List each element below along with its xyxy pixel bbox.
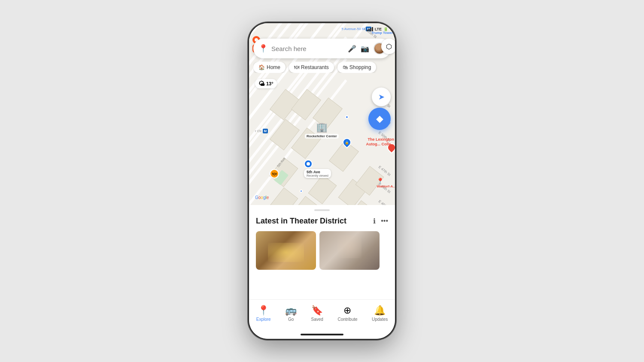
panel-title: Latest in Theater District [256, 216, 346, 226]
contribute-icon: ⊕ [343, 305, 351, 316]
nav-go[interactable]: 🚌 Go [285, 305, 297, 322]
explore-icon: 📍 [258, 305, 269, 316]
nav-explore[interactable]: 📍 Explore [256, 305, 271, 322]
pill-restaurants[interactable]: 🍽 Restaurants [289, 62, 334, 73]
poi-dot-3 [300, 190, 303, 193]
pill-home-label: Home [267, 64, 280, 70]
waldorf-poi[interactable]: 📍 Waldorf-A... [377, 178, 395, 188]
status-indicators: LTE 🔋 [367, 27, 388, 31]
search-action-icons: 🎤 📷 [348, 42, 386, 54]
nav-contribute[interactable]: ⊕ Contribute [337, 305, 357, 322]
nav-saved-label: Saved [311, 317, 323, 322]
google-logo: Google [255, 193, 269, 201]
nav-saved[interactable]: 🔖 Saved [311, 305, 323, 322]
pill-shopping-label: Shopping [349, 64, 371, 70]
panel-header: Latest in Theater District ℹ ••• [256, 216, 388, 226]
panel-actions: ℹ ••• [373, 217, 388, 225]
sun-icon: 🌤 [258, 80, 264, 87]
category-pills: 🏠 Home 🍽 Restaurants 🛍 Shopping [253, 62, 395, 73]
nav-explore-label: Explore [256, 317, 271, 322]
phone-shell: LTE 🔋 [249, 23, 395, 339]
5thave-poi[interactable]: 5th Ave Recently viewed [304, 160, 331, 178]
home-bar [301, 334, 343, 335]
restaurant-poi[interactable]: 🍽 [270, 169, 279, 178]
location-button[interactable]: ➤ [372, 87, 391, 106]
shopping-icon: 🛍 [343, 64, 348, 70]
mic-icon[interactable]: 🎤 [348, 45, 356, 53]
battery-icon: 🔋 [383, 27, 388, 31]
photo-row [256, 231, 388, 270]
location-arrow-icon: ➤ [378, 92, 385, 102]
home-indicator [249, 330, 395, 339]
saved-icon: 🔖 [311, 305, 323, 316]
nav-go-label: Go [288, 317, 294, 322]
layers-icon: ⬡ [386, 42, 392, 51]
navigate-button[interactable]: ◆ [368, 108, 391, 130]
info-icon[interactable]: ℹ [373, 217, 376, 225]
navigate-diamond-icon: ◆ [376, 113, 383, 124]
photo-thumb-1[interactable] [256, 231, 316, 270]
temperature: 13° [266, 81, 273, 86]
rockefeller-poi[interactable]: 🏢 Rockefeller Center [305, 122, 339, 139]
home-icon: 🏠 [258, 64, 265, 70]
maps-logo-icon: 📍 [258, 44, 268, 53]
pill-home[interactable]: 🏠 Home [253, 62, 286, 73]
search-bar[interactable]: 📍 Search here 🎤 📷 [253, 39, 391, 58]
poi-dot-2 [345, 115, 349, 119]
network-type: LTE [375, 27, 382, 31]
weather-badge: 🌤 13° [255, 79, 277, 88]
updates-icon: 🔔 [374, 305, 386, 316]
nav-updates-label: Updates [372, 317, 388, 322]
more-icon[interactable]: ••• [381, 217, 388, 225]
status-bar: LTE 🔋 [249, 23, 395, 35]
photo-thumb-2[interactable] [319, 231, 380, 270]
map-container[interactable]: W 55th St Trump Tower E 52nd St E 51st S… [249, 23, 395, 205]
lexington-label[interactable]: The LexingtonAutog... Colle... [366, 137, 395, 147]
layers-button[interactable]: ⬡ [381, 39, 395, 54]
restaurants-icon: 🍽 [294, 64, 299, 70]
bottom-panel: Latest in Theater District ℹ ••• [249, 205, 395, 299]
ctr-subway: r Ctr M [255, 129, 268, 133]
pill-shopping[interactable]: 🛍 Shopping [337, 62, 377, 73]
nav-contribute-label: Contribute [337, 317, 357, 322]
blue-pin[interactable]: 🔒 [343, 138, 351, 147]
signal-icon [367, 27, 373, 31]
bottom-nav: 📍 Explore 🚌 Go 🔖 Saved ⊕ Contribute 🔔 Up… [249, 299, 395, 330]
go-icon: 🚌 [285, 305, 297, 316]
panel-drag-handle[interactable] [314, 209, 330, 211]
nav-updates[interactable]: 🔔 Updates [372, 305, 388, 322]
pill-restaurants-label: Restaurants [301, 64, 329, 70]
search-input[interactable]: Search here [271, 45, 348, 52]
camera-icon[interactable]: 📷 [361, 45, 369, 53]
